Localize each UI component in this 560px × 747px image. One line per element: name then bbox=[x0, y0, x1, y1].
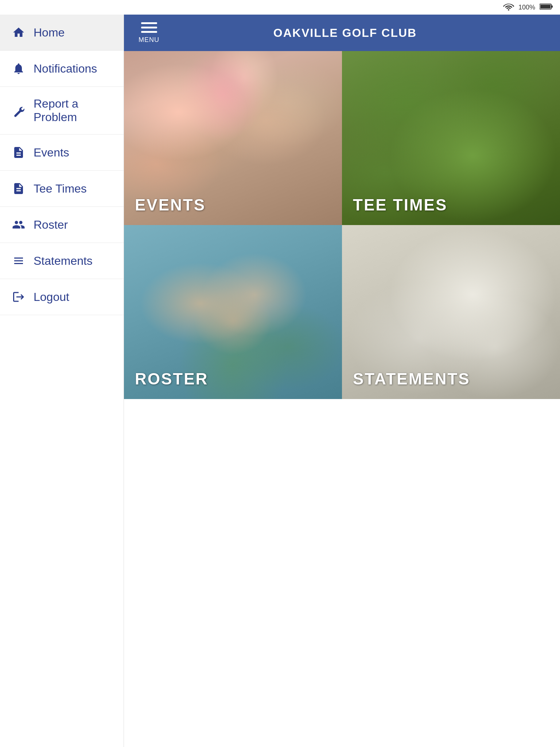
menu-line-3 bbox=[141, 31, 157, 33]
bell-icon bbox=[11, 61, 26, 76]
statements-icon bbox=[11, 253, 26, 268]
svg-rect-1 bbox=[551, 5, 553, 8]
tile-statements[interactable]: STATEMENTS bbox=[342, 225, 560, 399]
tile-roster[interactable]: ROSTER bbox=[124, 225, 342, 399]
header-title: OAKVILLE GOLF CLUB bbox=[163, 26, 527, 40]
sidebar-item-events[interactable]: Events bbox=[0, 135, 124, 171]
menu-button[interactable]: MENU bbox=[135, 19, 163, 47]
sidebar-item-home[interactable]: Home bbox=[0, 15, 124, 51]
sidebar: Home Notifications Report a Problem Even… bbox=[0, 15, 124, 747]
wifi-icon bbox=[503, 3, 514, 12]
status-bar: 100% bbox=[0, 0, 560, 15]
app-header: MENU OAKVILLE GOLF CLUB bbox=[124, 15, 560, 51]
tiles-grid: EVENTS TEE TIMES ROSTER STATEMENTS bbox=[124, 51, 560, 399]
tile-statements-label: STATEMENTS bbox=[353, 370, 470, 388]
wrench-icon bbox=[11, 103, 26, 118]
sidebar-item-roster[interactable]: Roster bbox=[0, 207, 124, 243]
menu-line-2 bbox=[141, 27, 157, 28]
battery-icon bbox=[540, 3, 553, 12]
bottom-area bbox=[124, 399, 560, 747]
roster-icon bbox=[11, 217, 26, 232]
sidebar-item-teetimes[interactable]: Tee Times bbox=[0, 171, 124, 207]
tile-teetimes-label: TEE TIMES bbox=[353, 196, 447, 214]
teetimes-icon bbox=[11, 181, 26, 196]
sidebar-item-statements[interactable]: Statements bbox=[0, 243, 124, 279]
sidebar-item-logout[interactable]: Logout bbox=[0, 279, 124, 315]
sidebar-item-report[interactable]: Report a Problem bbox=[0, 87, 124, 135]
tile-teetimes[interactable]: TEE TIMES bbox=[342, 51, 560, 225]
logout-icon bbox=[11, 289, 26, 305]
menu-line-1 bbox=[141, 22, 157, 24]
events-icon bbox=[11, 145, 26, 160]
sidebar-item-notifications[interactable]: Notifications bbox=[0, 51, 124, 87]
tile-events-label: EVENTS bbox=[135, 196, 206, 214]
content-area: MENU OAKVILLE GOLF CLUB EVENTS TEE TIMES bbox=[124, 15, 560, 747]
tile-roster-label: ROSTER bbox=[135, 370, 208, 388]
battery-percentage: 100% bbox=[518, 4, 535, 11]
tile-events[interactable]: EVENTS bbox=[124, 51, 342, 225]
svg-rect-2 bbox=[540, 5, 551, 8]
main-layout: Home Notifications Report a Problem Even… bbox=[0, 15, 560, 747]
home-icon bbox=[11, 25, 26, 40]
